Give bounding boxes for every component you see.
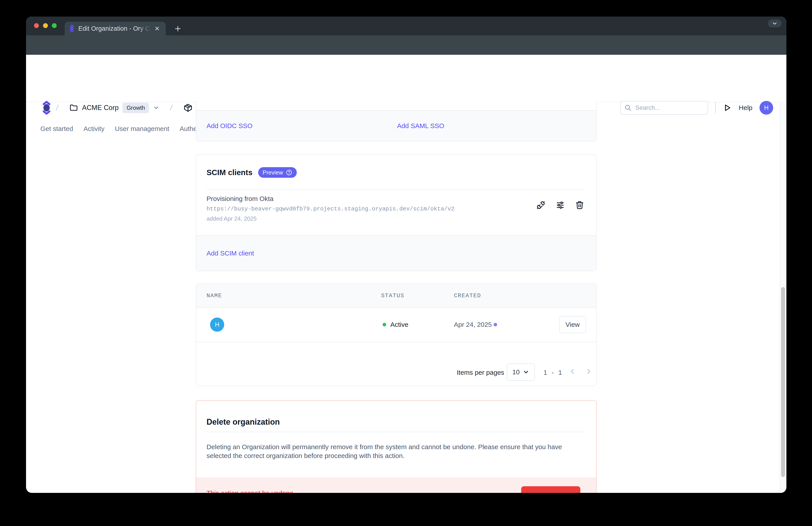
- scrollbar-track[interactable]: [780, 102, 786, 493]
- sso-card: Add OIDC SSO Add SAML SSO: [196, 102, 597, 142]
- run-playground-icon[interactable]: [723, 103, 732, 112]
- console-header: / ACME Corp Growth / My Project: [26, 55, 786, 102]
- view-button[interactable]: View: [559, 316, 586, 333]
- tab-close-icon[interactable]: [154, 26, 160, 31]
- column-status: STATUS: [381, 293, 404, 299]
- add-scim-client-link[interactable]: Add SCIM client: [206, 250, 254, 257]
- search-icon: [624, 104, 632, 112]
- created-indicator-dot: [494, 323, 497, 326]
- delete-card-title: Delete organization: [206, 417, 280, 427]
- items-per-page-label: Items per pages: [457, 369, 504, 376]
- breadcrumb-slash: /: [55, 103, 59, 112]
- add-saml-sso-link[interactable]: Add SAML SSO: [397, 122, 444, 130]
- column-name: NAME: [206, 293, 222, 299]
- tab-title: Edit Organization - Ory Console: [78, 25, 151, 32]
- test-connection-plug-icon[interactable]: [536, 200, 546, 210]
- nav-user-management[interactable]: User management: [115, 125, 169, 132]
- workspace-selector[interactable]: ACME Corp Growth: [69, 103, 160, 113]
- scim-divider: [206, 189, 584, 189]
- delete-card-footer: This action cannot be undone. Delete org…: [196, 478, 596, 493]
- scim-client-added: added Apr 24, 2025: [206, 215, 257, 222]
- scrollbar-thumb[interactable]: [781, 287, 785, 477]
- column-created: CREATED: [454, 293, 481, 299]
- active-status-dot: [382, 323, 386, 326]
- next-page-icon[interactable]: [584, 368, 592, 375]
- add-oidc-sso-link[interactable]: Add OIDC SSO: [206, 122, 252, 130]
- new-tab-icon[interactable]: [174, 25, 182, 32]
- delete-warning-text: This action cannot be undone.: [206, 489, 295, 493]
- browser-window: Edit Organization - Ory Console console.: [26, 17, 786, 493]
- browser-toolbar: console.staging.ory.dev/projects/d087b7a…: [26, 35, 786, 55]
- folder-icon: [69, 103, 78, 112]
- zoom-window-button[interactable]: [52, 23, 57, 28]
- delete-organization-button[interactable]: Delete organization: [521, 486, 580, 493]
- prev-page-icon[interactable]: [569, 368, 577, 375]
- tab-strip: Edit Organization - Ory Console: [26, 17, 786, 35]
- search-input[interactable]: [635, 104, 702, 112]
- package-icon: [183, 103, 193, 112]
- scim-card-footer: Add SCIM client: [196, 236, 596, 271]
- preview-badge-label: Preview: [263, 169, 283, 176]
- minimize-window-button[interactable]: [43, 23, 48, 28]
- created-value: Apr 24, 2025: [454, 321, 492, 328]
- scim-client-url: https://busy-beaver-gqwvd0fb79.projects.…: [206, 205, 454, 212]
- nav-activity[interactable]: Activity: [83, 125, 104, 132]
- scim-card-title: SCIM clients: [206, 168, 252, 177]
- chevron-down-icon: [523, 369, 530, 375]
- header-divider: [715, 102, 716, 114]
- sso-card-footer: Add OIDC SSO Add SAML SSO: [196, 110, 596, 141]
- tab-search-button[interactable]: [768, 19, 782, 27]
- edit-settings-sliders-icon[interactable]: [555, 200, 565, 210]
- delete-card-body: Deleting an Organization will permanentl…: [206, 442, 579, 460]
- workspace-plan-badge: Growth: [122, 103, 149, 113]
- search-box[interactable]: [620, 101, 708, 115]
- status-value: Active: [390, 321, 408, 328]
- chevron-down-icon: [772, 20, 778, 27]
- user-avatar[interactable]: H: [759, 101, 773, 115]
- breadcrumb-slash: /: [170, 103, 173, 112]
- browser-tab[interactable]: Edit Organization - Ory Console: [64, 22, 166, 35]
- ory-favicon: [69, 24, 75, 33]
- delete-org-card: Delete organization Deleting an Organiza…: [196, 400, 597, 493]
- delete-trash-icon[interactable]: [575, 200, 584, 210]
- scim-card: SCIM clients Preview Provisioning from O…: [196, 154, 597, 271]
- nav-get-started[interactable]: Get started: [40, 125, 73, 132]
- table-header-row: NAME STATUS CREATED: [196, 284, 596, 308]
- header-actions: Help H: [620, 100, 773, 115]
- preview-badge[interactable]: Preview: [258, 167, 296, 178]
- help-link[interactable]: Help: [739, 104, 752, 112]
- ory-logo[interactable]: [42, 100, 52, 115]
- items-per-page-value: 10: [512, 368, 520, 376]
- items-per-page-select[interactable]: 10: [507, 364, 535, 381]
- pagination: Items per pages 10 1 - 1: [196, 342, 584, 387]
- scim-client-name: Provisioning from Okta: [206, 195, 273, 202]
- chevron-down-icon: [153, 104, 160, 111]
- help-circle-icon: [286, 169, 292, 176]
- page-range: 1 - 1: [543, 369, 563, 376]
- org-avatar: H: [210, 317, 224, 332]
- delete-divider: [206, 432, 584, 432]
- close-window-button[interactable]: [34, 23, 39, 28]
- table-row: H Active Apr 24, 2025 View: [196, 308, 596, 342]
- org-table-card: NAME STATUS CREATED H Active Apr 24, 202…: [196, 284, 597, 386]
- workspace-name: ACME Corp: [82, 104, 118, 112]
